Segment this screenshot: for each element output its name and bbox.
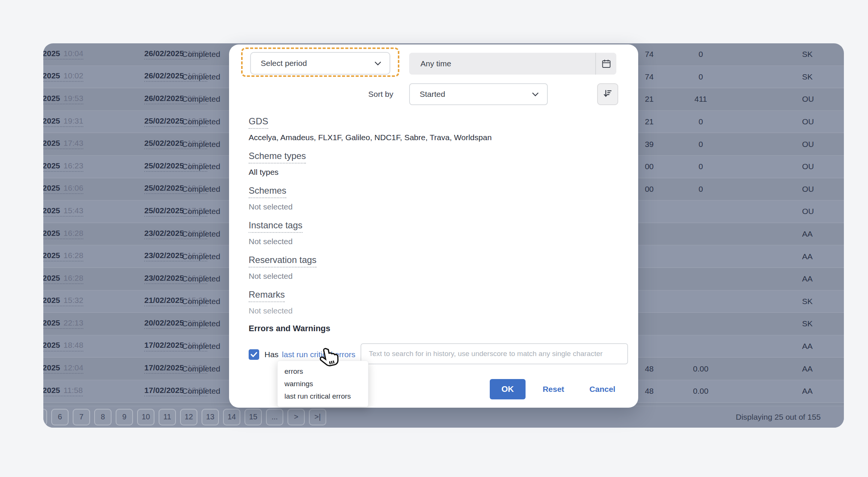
page-button-9[interactable]: 9 bbox=[116, 409, 133, 425]
select-period-dropdown[interactable]: Select period bbox=[250, 52, 390, 75]
status-cell: Completed bbox=[182, 133, 220, 155]
calendar-icon[interactable] bbox=[595, 53, 616, 75]
code-cell: SK bbox=[802, 66, 813, 88]
section-heading[interactable]: Reservation tags bbox=[249, 255, 316, 268]
start-date-cell: /202511:58 bbox=[43, 380, 83, 402]
reset-button[interactable]: Reset bbox=[536, 379, 570, 399]
filter-section: Scheme types All types bbox=[249, 151, 306, 177]
status-cell: Completed bbox=[182, 335, 220, 358]
section-heading[interactable]: GDS bbox=[249, 116, 268, 129]
status-cell: Completed bbox=[182, 156, 220, 178]
page-button-15[interactable]: 15 bbox=[245, 409, 262, 425]
start-date-cell: /202516:28 bbox=[43, 223, 83, 245]
section-value: Accelya, Amadeus, FLX1F, Galileo, NDC1F,… bbox=[249, 133, 492, 142]
page-button-6[interactable]: 6 bbox=[51, 409, 69, 425]
menu-item-warnings[interactable]: warnings bbox=[278, 378, 368, 390]
page-button-7[interactable]: 7 bbox=[73, 409, 90, 425]
value-cell bbox=[674, 245, 727, 268]
status-cell: Completed bbox=[182, 223, 220, 245]
section-value: Not selected bbox=[249, 272, 316, 281]
start-date-cell: /202516:28 bbox=[43, 245, 83, 268]
value-cell: 0 bbox=[674, 43, 727, 66]
displaying-count: Displaying 25 out of 155 bbox=[736, 413, 821, 422]
status-cell: Completed bbox=[182, 178, 220, 200]
code-cell: AA bbox=[802, 335, 813, 358]
start-date-cell: /202510:02 bbox=[43, 66, 83, 88]
history-search-input[interactable] bbox=[361, 343, 628, 364]
sort-by-label: Sort by bbox=[342, 88, 393, 100]
value-cell bbox=[674, 313, 727, 335]
code-cell: OU bbox=[802, 178, 814, 200]
code-cell: AA bbox=[802, 358, 813, 380]
code-cell: OU bbox=[802, 200, 814, 223]
page-button-14[interactable]: 14 bbox=[223, 409, 240, 425]
section-value: Not selected bbox=[249, 306, 293, 315]
errors-warnings-heading: Errors and Warnings bbox=[249, 324, 330, 333]
section-value: All types bbox=[249, 168, 306, 177]
start-date-cell: /202518:48 bbox=[43, 335, 83, 358]
menu-item-last-run-critical-errors[interactable]: last run critical errors bbox=[278, 390, 368, 402]
code-cell: SK bbox=[802, 313, 813, 335]
filter-section: Remarks Not selected bbox=[249, 289, 293, 315]
section-heading[interactable]: Instance tags bbox=[249, 220, 303, 233]
value-cell: 0 bbox=[674, 133, 727, 155]
page-button-13[interactable]: 13 bbox=[202, 409, 219, 425]
start-date-cell: /202516:23 bbox=[43, 156, 83, 178]
start-date-cell: /202515:32 bbox=[43, 290, 83, 313]
status-cell: Completed bbox=[182, 43, 220, 66]
code-cell: OU bbox=[802, 156, 814, 178]
section-heading[interactable]: Remarks bbox=[249, 289, 285, 302]
start-date-cell: /202522:13 bbox=[43, 313, 83, 335]
has-label: Has bbox=[264, 350, 278, 359]
section-value: Not selected bbox=[249, 237, 303, 246]
value-cell: 0 bbox=[674, 178, 727, 200]
code-cell: AA bbox=[802, 223, 813, 245]
ok-button[interactable]: OK bbox=[490, 379, 526, 399]
value-cell bbox=[674, 223, 727, 245]
page-button-11[interactable]: 11 bbox=[159, 409, 176, 425]
chevron-down-icon bbox=[374, 61, 381, 66]
value-cell: 411 bbox=[674, 88, 727, 110]
status-cell: Completed bbox=[182, 66, 220, 88]
section-value: Not selected bbox=[249, 202, 293, 211]
sort-descending-icon bbox=[603, 89, 613, 100]
status-cell: Completed bbox=[182, 88, 220, 110]
filter-section: GDS Accelya, Amadeus, FLX1F, Galileo, ND… bbox=[249, 116, 492, 142]
code-cell: OU bbox=[802, 133, 814, 155]
start-date-cell: /202519:53 bbox=[43, 88, 83, 110]
start-date-cell: /202510:04 bbox=[43, 43, 83, 66]
page-button-8[interactable]: 8 bbox=[94, 409, 112, 425]
code-cell: OU bbox=[802, 88, 814, 110]
code-cell: SK bbox=[802, 43, 813, 66]
page-button->[interactable]: > bbox=[287, 409, 305, 425]
code-cell: AA bbox=[802, 380, 813, 402]
value-cell: 0 bbox=[674, 66, 727, 88]
start-date-cell: /202515:43 bbox=[43, 200, 83, 223]
cancel-button[interactable]: Cancel bbox=[585, 379, 619, 399]
value-cell bbox=[674, 200, 727, 223]
time-range-field[interactable]: Any time bbox=[409, 53, 616, 75]
page: /202510:04 26/02/202510:09 Completed 74 … bbox=[0, 0, 868, 477]
status-cell: Completed bbox=[182, 245, 220, 268]
section-heading[interactable]: Scheme types bbox=[249, 151, 306, 164]
select-period-label: Select period bbox=[251, 59, 374, 68]
sort-direction-button[interactable] bbox=[597, 83, 618, 105]
has-errors-checkbox[interactable] bbox=[249, 349, 259, 360]
value-cell: 0.00 bbox=[674, 358, 727, 380]
section-heading[interactable]: Schemes bbox=[249, 185, 286, 198]
status-cell: Completed bbox=[182, 200, 220, 223]
page-button-partial[interactable] bbox=[43, 409, 47, 425]
sort-field-value: Started bbox=[410, 90, 532, 99]
page-button-10[interactable]: 10 bbox=[137, 409, 154, 425]
value-cell: 0.00 bbox=[674, 380, 727, 402]
start-date-cell: /202516:06 bbox=[43, 178, 83, 200]
value-cell bbox=[674, 290, 727, 313]
page-button->|[interactable]: >| bbox=[309, 409, 326, 425]
sort-field-dropdown[interactable]: Started bbox=[409, 83, 548, 105]
code-cell: OU bbox=[802, 111, 814, 133]
page-button-...[interactable]: ... bbox=[266, 409, 283, 425]
filter-section: Instance tags Not selected bbox=[249, 220, 303, 246]
page-button-12[interactable]: 12 bbox=[180, 409, 197, 425]
filter-section: Reservation tags Not selected bbox=[249, 255, 316, 281]
pagination-bar: 6789101112131415...>>| bbox=[43, 406, 844, 428]
